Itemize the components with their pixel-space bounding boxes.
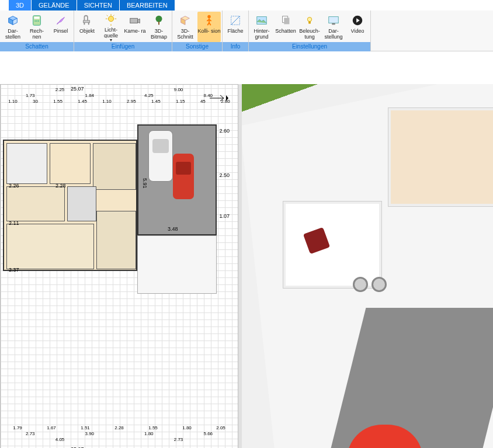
svg-point-4 bbox=[38, 20, 39, 22]
btn-label: Video bbox=[351, 28, 364, 40]
shadow-icon bbox=[279, 13, 293, 27]
dim-value: 3.90 bbox=[85, 431, 94, 437]
ribbon: Dar- stellen Rech- nen Pinsel Schatten bbox=[0, 11, 493, 51]
group-label: Einfügen bbox=[74, 42, 172, 51]
viewport-2d-plan[interactable]: 25.07 2.259.00 1.731.844.258.40 1.10301.… bbox=[0, 84, 238, 448]
svg-point-10 bbox=[207, 15, 211, 19]
svg-rect-9 bbox=[158, 22, 159, 25]
tab-sichten[interactable]: SICHTEN bbox=[77, 0, 119, 11]
group-label: Sonstige bbox=[172, 42, 222, 51]
viewport-3d[interactable] bbox=[242, 84, 493, 448]
dim-value: 1.15 bbox=[176, 99, 185, 105]
dim-value: 1.10 bbox=[8, 99, 18, 105]
btn-label: Rech- nen bbox=[25, 28, 48, 40]
car-red bbox=[173, 154, 194, 199]
dim-value: 2.05 bbox=[216, 425, 225, 431]
section-icon bbox=[178, 13, 192, 27]
ribbon-group-einfuegen: Objekt Licht- quelle ▼ Kame- ra 3D- Bit bbox=[74, 11, 172, 51]
btn-kollision[interactable]: Kolli- sion bbox=[197, 12, 221, 42]
btn-beleuchtung[interactable]: Beleuch- tung bbox=[298, 12, 321, 42]
btn-label: Objekt bbox=[79, 28, 95, 40]
dim-row-b1: 1.791.671.512.281.551.802.05 bbox=[1, 425, 238, 431]
btn-pinsel[interactable]: Pinsel bbox=[49, 12, 72, 42]
btn-darstellen[interactable]: Dar- stellen bbox=[1, 12, 25, 42]
btn-video[interactable]: Video bbox=[346, 12, 369, 42]
ribbon-group-sonstige: 3D- Schnitt Kolli- sion Sonstige bbox=[172, 11, 223, 51]
btn-label: Dar- stellen bbox=[1, 28, 25, 40]
group-label: Schatten bbox=[0, 42, 74, 51]
dim: 5.91 bbox=[142, 178, 148, 189]
iso-washer bbox=[372, 277, 387, 292]
room bbox=[6, 143, 47, 184]
dim-value: 1.10 bbox=[102, 99, 112, 105]
iso-room-kitchen bbox=[388, 107, 493, 207]
group-label: Info bbox=[223, 42, 248, 51]
play-icon bbox=[350, 13, 364, 27]
dim: 2.28 bbox=[55, 183, 66, 189]
tab-spacer bbox=[0, 0, 8, 11]
car-white bbox=[148, 130, 173, 182]
btn-label: Beleuch- tung bbox=[298, 28, 321, 40]
house-outline: 2.26 2.28 2.11 2.37 bbox=[3, 140, 137, 271]
tab-bearbeiten[interactable]: BEARBEITEN bbox=[120, 0, 175, 11]
dropdown-caret-icon: ▼ bbox=[109, 38, 113, 42]
dim-value: 2.28 bbox=[114, 425, 124, 431]
svg-rect-7 bbox=[130, 18, 138, 23]
btn-label: Hinter- grund bbox=[250, 28, 273, 40]
dim: 2.11 bbox=[9, 220, 19, 226]
dim-row-b3: 4.052.73 bbox=[1, 437, 238, 443]
tree-icon bbox=[152, 13, 166, 27]
room bbox=[50, 143, 91, 184]
dim: 2.60 bbox=[219, 128, 230, 134]
btn-label: Kolli- sion bbox=[197, 28, 220, 40]
dim-row-3: 1.10301.551.451.102.951.451.15452.80 bbox=[1, 99, 238, 105]
person-icon bbox=[202, 13, 216, 27]
dim-value: 2.95 bbox=[127, 99, 136, 105]
dim-value: 1.84 bbox=[85, 93, 94, 99]
room bbox=[93, 143, 136, 190]
tab-3d[interactable]: 3D bbox=[9, 0, 31, 11]
svg-point-6 bbox=[108, 16, 113, 22]
calc-icon bbox=[30, 13, 44, 27]
svg-point-2 bbox=[34, 20, 36, 22]
room bbox=[6, 224, 94, 269]
btn-hintergrund[interactable]: Hinter- grund bbox=[250, 12, 273, 42]
btn-3d-schnitt[interactable]: 3D- Schnitt bbox=[173, 12, 197, 42]
btn-flaeche[interactable]: Fläche bbox=[224, 12, 247, 42]
light-icon bbox=[104, 13, 118, 26]
tab-gelaende[interactable]: GELÄNDE bbox=[32, 0, 77, 11]
dimensions-top: 2.259.00 1.731.844.258.40 1.10301.551.45… bbox=[1, 87, 238, 107]
svg-rect-1 bbox=[34, 17, 39, 19]
btn-kamera[interactable]: Kame- ra bbox=[123, 12, 147, 42]
dim-value: 4.05 bbox=[55, 437, 65, 443]
btn-darstellung[interactable]: Dar- stellung bbox=[322, 12, 345, 42]
camera-icon bbox=[128, 13, 142, 27]
btn-label: Dar- stellung bbox=[322, 28, 345, 40]
btn-label: 3D- Schnitt bbox=[173, 28, 197, 40]
dim-value: 2.80 bbox=[221, 99, 230, 105]
btn-3d-bitmap[interactable]: 3D- Bitmap bbox=[147, 12, 171, 42]
dim-value: 30 bbox=[33, 99, 38, 105]
iso-room bbox=[283, 201, 382, 289]
dim-value: 8.40 bbox=[203, 93, 213, 99]
dim-row-b2: 2.733.901.805.66 bbox=[1, 431, 238, 437]
btn-lichtquelle[interactable]: Licht- quelle ▼ bbox=[99, 12, 123, 42]
btn-label: Pinsel bbox=[54, 28, 68, 40]
ribbon-tabstrip: 3D GELÄNDE SICHTEN BEARBEITEN bbox=[0, 0, 493, 11]
svg-rect-14 bbox=[329, 17, 339, 23]
dim-row-2: 1.731.844.258.40 bbox=[1, 93, 238, 99]
dimensions-bottom: 1.791.671.512.281.551.802.05 2.733.901.8… bbox=[1, 425, 238, 445]
svg-rect-15 bbox=[332, 23, 335, 25]
driveway bbox=[137, 235, 217, 294]
btn-objekt[interactable]: Objekt bbox=[75, 12, 99, 42]
dim-value: 2.73 bbox=[26, 431, 35, 437]
dim-value: 9.00 bbox=[174, 87, 183, 93]
btn-schatten-settings[interactable]: Schatten bbox=[274, 12, 297, 42]
dim-value: 1.80 bbox=[182, 425, 192, 431]
room bbox=[96, 211, 136, 269]
dim-value: 2.73 bbox=[174, 437, 183, 443]
btn-label: Fläche bbox=[227, 28, 243, 40]
room bbox=[6, 186, 65, 221]
btn-rechnen[interactable]: Rech- nen bbox=[25, 12, 48, 42]
background-icon bbox=[255, 13, 269, 27]
